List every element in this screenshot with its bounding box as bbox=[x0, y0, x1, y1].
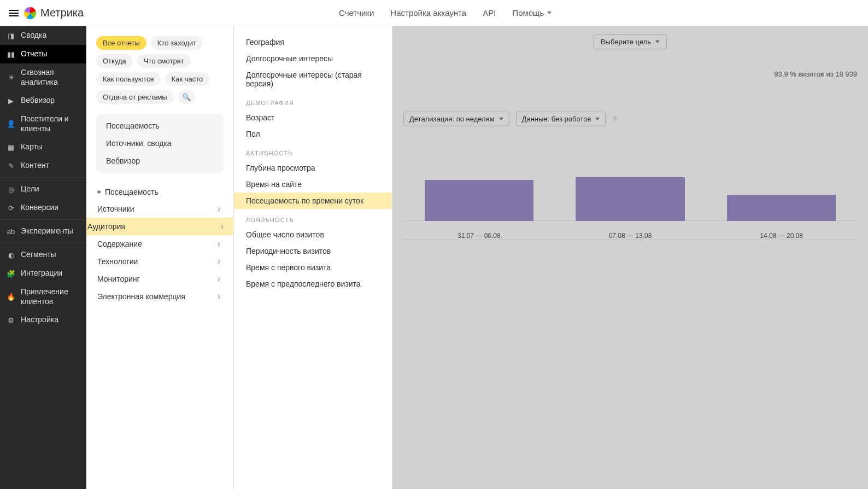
chip-5[interactable]: Как часто bbox=[165, 72, 210, 86]
chip-4[interactable]: Как пользуются bbox=[96, 72, 161, 86]
sidebar-item-5[interactable]: ▦Карты bbox=[0, 138, 86, 156]
header: Метрика Счетчики Настройка аккаунта API … bbox=[0, 0, 868, 26]
chevron-right-icon: › bbox=[218, 257, 220, 266]
nav-account-settings[interactable]: Настройка аккаунта bbox=[390, 8, 466, 18]
sidebar-icon: ⚙ bbox=[7, 316, 15, 324]
brand-text: Метрика bbox=[40, 7, 84, 19]
quick-0[interactable]: Посещаемость bbox=[96, 117, 224, 135]
sidebar-item-8[interactable]: ◎Цели bbox=[0, 180, 86, 199]
sidebar-item-4[interactable]: 👤Посетители и клиенты bbox=[0, 110, 86, 138]
hamburger-icon[interactable] bbox=[5, 7, 22, 20]
sidebar-icon: ▮▮ bbox=[7, 50, 15, 59]
submenu-group-0: ДЕМОГРАФИЯ bbox=[234, 92, 392, 109]
sidebar-item-3[interactable]: ▶Вебвизор bbox=[0, 91, 86, 110]
chip-2[interactable]: Откуда bbox=[96, 54, 133, 68]
chevron-down-icon bbox=[547, 11, 552, 14]
sidebar-item-6[interactable]: ✎Контент bbox=[0, 156, 86, 175]
submenu-pre-0[interactable]: География bbox=[234, 34, 392, 50]
submenu-item-0-0[interactable]: Возраст bbox=[234, 109, 392, 126]
tree-label: Технологии bbox=[97, 257, 138, 266]
sidebar-icon: ◎ bbox=[7, 185, 15, 194]
tree-item-1[interactable]: Источники› bbox=[96, 200, 224, 218]
sidebar-label: Сводка bbox=[21, 31, 79, 40]
sidebar-label: Контент bbox=[21, 161, 79, 171]
logo[interactable]: Метрика bbox=[24, 7, 84, 19]
submenu-item-2-2[interactable]: Время с первого визита bbox=[234, 259, 392, 276]
search-icon[interactable]: 🔍 bbox=[178, 90, 195, 104]
reports-panel: Все отчетыКто заходитОткудаЧто смотрятКа… bbox=[86, 26, 234, 489]
tree-item-4[interactable]: Технологии› bbox=[96, 253, 224, 270]
chip-0[interactable]: Все отчеты bbox=[96, 36, 146, 50]
submenu-pre-2[interactable]: Долгосрочные интересы (старая версия) bbox=[234, 67, 392, 92]
submenu-item-1-1[interactable]: Время на сайте bbox=[234, 176, 392, 193]
submenu-panel: ГеографияДолгосрочные интересыДолгосрочн… bbox=[234, 26, 392, 489]
sidebar-label: Посетители и клиенты bbox=[21, 114, 79, 133]
submenu-item-1-0[interactable]: Глубина просмотра bbox=[234, 160, 392, 176]
reports-tree: ПосещаемостьИсточники›Аудитория›Содержан… bbox=[96, 184, 224, 305]
sidebar-item-0[interactable]: ◨Сводка bbox=[0, 26, 86, 45]
quick-reports: ПосещаемостьИсточники, сводкаВебвизор bbox=[96, 114, 224, 173]
sidebar-item-2[interactable]: ✳Сквозная аналитика bbox=[0, 63, 86, 91]
sidebar-item-14[interactable]: 🧩Интеграции bbox=[0, 264, 86, 283]
sidebar-item-15[interactable]: 🔥Привлечение клиентов bbox=[0, 283, 86, 311]
chevron-right-icon: › bbox=[221, 222, 224, 231]
tree-label: Источники bbox=[97, 205, 134, 213]
sidebar-icon: ✎ bbox=[7, 162, 15, 170]
overlay[interactable] bbox=[392, 26, 868, 489]
sidebar-label: Интеграции bbox=[21, 269, 79, 278]
tree-label: Содержание bbox=[97, 240, 142, 248]
submenu-group-2: ЛОЯЛЬНОСТЬ bbox=[234, 209, 392, 226]
bullet-icon bbox=[97, 190, 101, 194]
filter-chips: Все отчетыКто заходитОткудаЧто смотрятКа… bbox=[96, 36, 224, 104]
sidebar-icon: ab bbox=[7, 228, 15, 236]
nav-api[interactable]: API bbox=[483, 8, 496, 18]
sidebar-item-13[interactable]: ◐Сегменты bbox=[0, 246, 86, 264]
tree-label: Посещаемость bbox=[105, 188, 159, 196]
sidebar-item-9[interactable]: ⟳Конверсии bbox=[0, 199, 86, 217]
submenu-item-1-2[interactable]: Посещаемость по времени суток bbox=[234, 193, 392, 209]
sidebar-label: Отчеты bbox=[21, 49, 79, 59]
tree-item-0[interactable]: Посещаемость bbox=[96, 184, 224, 200]
submenu-item-2-0[interactable]: Общее число визитов bbox=[234, 226, 392, 243]
sidebar-label: Привлечение клиентов bbox=[21, 287, 79, 306]
submenu-item-2-3[interactable]: Время с предпоследнего визита bbox=[234, 276, 392, 292]
sidebar-label: Эксперименты bbox=[21, 226, 79, 236]
tree-item-2[interactable]: Аудитория› bbox=[86, 218, 233, 235]
sidebar-label: Цели bbox=[21, 184, 79, 194]
tree-item-3[interactable]: Содержание› bbox=[96, 235, 224, 253]
sidebar: ◨Сводка▮▮Отчеты✳Сквозная аналитика▶Вебви… bbox=[0, 26, 86, 489]
submenu-item-2-1[interactable]: Периодичность визитов bbox=[234, 243, 392, 259]
sidebar-icon: ▦ bbox=[7, 143, 15, 152]
chip-3[interactable]: Что смотрят bbox=[137, 54, 191, 68]
tree-item-5[interactable]: Мониторинг› bbox=[96, 270, 224, 288]
sidebar-item-1[interactable]: ▮▮Отчеты bbox=[0, 45, 86, 63]
submenu-pre-1[interactable]: Долгосрочные интересы bbox=[234, 50, 392, 67]
chevron-right-icon: › bbox=[218, 292, 220, 301]
sidebar-icon: 👤 bbox=[7, 120, 15, 128]
chevron-right-icon: › bbox=[218, 204, 220, 214]
sidebar-icon: 🔥 bbox=[7, 293, 15, 301]
sidebar-icon: 🧩 bbox=[7, 270, 15, 278]
sidebar-icon: ◐ bbox=[7, 251, 15, 259]
chip-6[interactable]: Отдача от рекламы bbox=[96, 90, 174, 104]
sidebar-item-16[interactable]: ⚙Настройка bbox=[0, 311, 86, 329]
tree-item-6[interactable]: Электронная коммерция› bbox=[96, 288, 224, 305]
nav-counters[interactable]: Счетчики bbox=[339, 8, 374, 18]
report-content: 93,9 % визитов из 18 939 Детализация: по… bbox=[392, 26, 868, 489]
sidebar-label: Сегменты bbox=[21, 250, 79, 260]
tree-label: Электронная коммерция bbox=[97, 292, 185, 301]
sidebar-label: Карты bbox=[21, 142, 79, 152]
chevron-right-icon: › bbox=[218, 274, 220, 284]
sidebar-item-11[interactable]: abЭксперименты bbox=[0, 222, 86, 241]
quick-1[interactable]: Источники, сводка bbox=[96, 135, 224, 152]
sidebar-icon: ▶ bbox=[7, 97, 15, 105]
chip-1[interactable]: Кто заходит bbox=[151, 36, 203, 50]
sidebar-label: Вебвизор bbox=[21, 96, 79, 106]
logo-icon bbox=[24, 7, 36, 19]
sidebar-label: Сквозная аналитика bbox=[21, 68, 79, 87]
nav-help[interactable]: Помощь bbox=[512, 8, 552, 18]
quick-2[interactable]: Вебвизор bbox=[96, 152, 224, 170]
tree-label: Мониторинг bbox=[97, 275, 140, 283]
sidebar-label: Настройка bbox=[21, 315, 79, 325]
submenu-item-0-1[interactable]: Пол bbox=[234, 126, 392, 142]
